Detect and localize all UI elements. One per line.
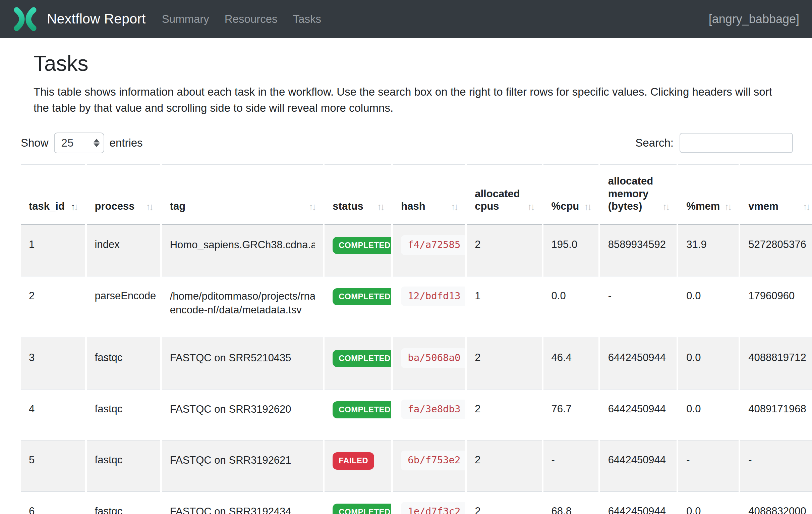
column-label: allocated cpus xyxy=(475,188,524,213)
cell-pmem: 0.0 xyxy=(678,389,738,440)
column-label: allocated memory (bytes) xyxy=(608,175,660,213)
cell-cpus: 2 xyxy=(467,389,542,440)
table-row: 4fastqcFASTQC on SRR3192620COMPLETEDfa/3… xyxy=(21,389,812,440)
cell-vmem: 4088832000 xyxy=(740,491,812,514)
hash-code: ba/5068a0 xyxy=(401,348,465,368)
cell-cpus: 2 xyxy=(467,491,542,514)
cell-pmem: 0.0 xyxy=(678,491,738,514)
cell-cpus: 2 xyxy=(467,440,542,491)
sort-icon: ↑↓ xyxy=(146,201,153,213)
cell-pmem: 0.0 xyxy=(678,276,738,337)
column-label: task_id xyxy=(29,200,65,213)
brand-link[interactable]: Nextflow Report xyxy=(12,6,146,32)
cell-mem: 6442450944 xyxy=(600,389,677,440)
tag-text: Homo_sapiens.GRCh38.cdna.all.fa.gz xyxy=(170,238,315,252)
hash-code: 12/bdfd13 xyxy=(401,287,465,306)
cell-vmem: 5272805376 xyxy=(740,225,812,276)
tag-text: /home/pditommaso/projects/rnaseq- encode… xyxy=(170,289,315,317)
column-header-tag[interactable]: tag↑↓ xyxy=(162,164,323,225)
main-content: Tasks This table shows information about… xyxy=(0,51,812,514)
run-name-badge: [angry_babbage] xyxy=(709,12,799,26)
cell-pmem: 31.9 xyxy=(678,225,738,276)
cell-process: index xyxy=(87,225,160,276)
cell-cpus: 2 xyxy=(467,225,542,276)
column-header-hash[interactable]: hash↑↓ xyxy=(393,164,465,225)
page-description: This table shows information about each … xyxy=(33,84,781,116)
sort-icon: ↑↓ xyxy=(584,201,592,213)
sort-icon: ↑↓ xyxy=(724,201,732,213)
status-badge: COMPLETED xyxy=(332,401,391,418)
search-input[interactable] xyxy=(679,133,793,153)
cell-task_id: 4 xyxy=(21,389,85,440)
nav-link-resources[interactable]: Resources xyxy=(225,13,278,26)
cell-vmem: 4088819712 xyxy=(740,337,812,389)
tasks-table-wrapper[interactable]: task_id↑↓process↑↓tag↑↓status↑↓hash↑↓all… xyxy=(21,164,812,514)
cell-tag: FASTQC on SRR5210435 xyxy=(162,337,323,389)
cell-tag: FASTQC on SRR3192434 xyxy=(162,491,323,514)
cell-pmem: - xyxy=(678,440,738,491)
status-badge: COMPLETED xyxy=(332,504,391,514)
table-row: 2parseEncode/home/pditommaso/projects/rn… xyxy=(21,276,812,337)
tag-text: FASTQC on SRR5210435 xyxy=(170,351,315,365)
cell-process: fastqc xyxy=(87,337,160,389)
nav-link-tasks[interactable]: Tasks xyxy=(293,13,321,26)
cell-status: COMPLETED xyxy=(324,389,391,440)
cell-tag: /home/pditommaso/projects/rnaseq- encode… xyxy=(162,276,323,337)
hash-code: f4/a72585 xyxy=(401,235,465,255)
search-control: Search: xyxy=(635,133,793,153)
cell-mem: 6442450944 xyxy=(600,491,677,514)
sort-icon: ↑↓ xyxy=(377,201,384,213)
cell-pcpu: 0.0 xyxy=(544,276,599,337)
nav-links: Summary Resources Tasks xyxy=(162,13,321,26)
cell-mem: 6442450944 xyxy=(600,440,677,491)
column-header-pcpu[interactable]: %cpu↑↓ xyxy=(544,164,599,225)
cell-cpus: 2 xyxy=(467,337,542,389)
column-label: vmem xyxy=(748,200,779,213)
column-header-pmem[interactable]: %mem↑↓ xyxy=(678,164,738,225)
cell-hash: ba/5068a0 xyxy=(393,337,465,389)
cell-hash: 12/bdfd13 xyxy=(393,276,465,337)
column-header-process[interactable]: process↑↓ xyxy=(87,164,160,225)
cell-vmem: 17960960 xyxy=(740,276,812,337)
page-length-value: 25 xyxy=(61,137,74,149)
cell-hash: 1e/d7f3c2 xyxy=(393,491,465,514)
cell-task_id: 5 xyxy=(21,440,85,491)
column-header-task_id[interactable]: task_id↑↓ xyxy=(21,164,85,225)
nav-link-summary[interactable]: Summary xyxy=(162,13,209,26)
table-row: 6fastqcFASTQC on SRR3192434COMPLETED1e/d… xyxy=(21,491,812,514)
page-length-select[interactable]: 25 xyxy=(54,133,104,153)
cell-process: parseEncode xyxy=(87,276,160,337)
sort-icon: ↑↓ xyxy=(527,201,535,213)
cell-mem: 8589934592 xyxy=(600,225,677,276)
sort-icon: ↑↓ xyxy=(803,201,810,213)
cell-pcpu: 46.4 xyxy=(544,337,599,389)
brand-title: Nextflow Report xyxy=(47,11,146,27)
select-stepper-icon xyxy=(93,139,99,147)
cell-process: fastqc xyxy=(87,389,160,440)
entries-label: entries xyxy=(110,137,143,149)
column-header-status[interactable]: status↑↓ xyxy=(324,164,391,225)
cell-tag: Homo_sapiens.GRCh38.cdna.all.fa.gz xyxy=(162,225,323,276)
cell-pmem: 0.0 xyxy=(678,337,738,389)
cell-task_id: 1 xyxy=(21,225,85,276)
cell-hash: fa/3e8db3 xyxy=(393,389,465,440)
column-header-cpus[interactable]: allocated cpus↑↓ xyxy=(467,164,542,225)
tasks-table: task_id↑↓process↑↓tag↑↓status↑↓hash↑↓all… xyxy=(21,164,812,514)
cell-tag: FASTQC on SRR3192620 xyxy=(162,389,323,440)
column-header-vmem[interactable]: vmem↑↓ xyxy=(740,164,812,225)
table-controls: Show 25 entries Search: xyxy=(21,133,812,153)
column-label: process xyxy=(95,200,135,213)
table-body: 1indexHomo_sapiens.GRCh38.cdna.all.fa.gz… xyxy=(21,225,812,514)
nextflow-logo-icon xyxy=(12,6,38,32)
cell-process: fastqc xyxy=(87,491,160,514)
cell-vmem: - xyxy=(740,440,812,491)
page-title: Tasks xyxy=(33,51,812,77)
column-header-mem[interactable]: allocated memory (bytes)↑↓ xyxy=(600,164,677,225)
tag-text: FASTQC on SRR3192620 xyxy=(170,402,315,416)
cell-task_id: 6 xyxy=(21,491,85,514)
cell-mem: 6442450944 xyxy=(600,337,677,389)
sort-icon: ↑↓ xyxy=(71,201,79,213)
cell-status: FAILED xyxy=(324,440,391,491)
hash-code: 1e/d7f3c2 xyxy=(401,502,465,514)
search-label: Search: xyxy=(635,137,673,149)
